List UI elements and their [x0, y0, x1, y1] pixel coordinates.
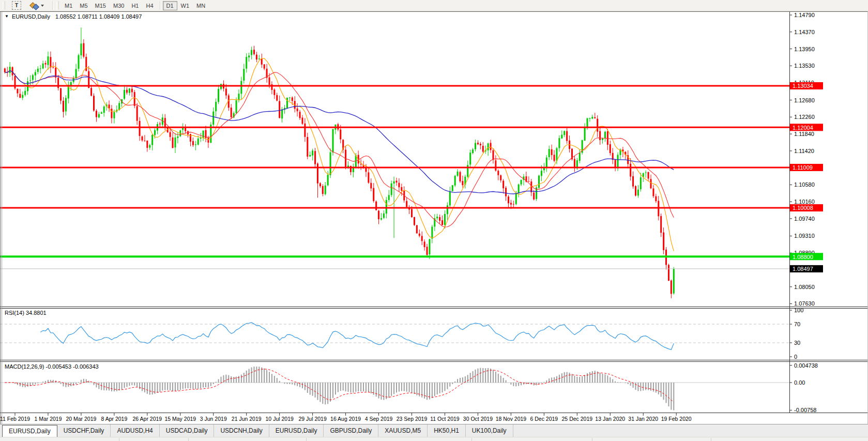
- chart-tab-3[interactable]: USDCAD,Daily: [160, 424, 215, 437]
- price-tick-label: 1.11840: [794, 131, 814, 137]
- price-tick-label: 1.13530: [794, 63, 815, 69]
- date-tick-label: 31 Jan 2020: [628, 416, 658, 422]
- rsi-tick-label: 0: [794, 354, 797, 360]
- rsi-tick-label: 70: [794, 321, 800, 327]
- level-price-badge: 1.12004: [790, 124, 823, 131]
- date-tick-label: 15 May 2019: [164, 416, 196, 422]
- chart-ohlc-values: 1.08552 1.08711 1.08409 1.08497: [55, 13, 142, 20]
- date-tick-label: 8 Apr 2019: [101, 416, 127, 422]
- date-tick-label: 19 Feb 2020: [661, 416, 692, 422]
- chart-window: 1.147901.143701.139501.135301.131101.126…: [0, 11, 868, 441]
- macd-tick-label: 0.004738: [794, 362, 818, 369]
- rsi-indicator-label: RSI(14) 34.8801: [5, 310, 47, 316]
- level-price-badge: 1.11009: [790, 164, 823, 171]
- rsi-line: [40, 323, 674, 349]
- chart-tab-4[interactable]: USDCNH,Daily: [214, 424, 269, 437]
- chart-symbol-label: EURUSD,Daily: [12, 13, 50, 20]
- date-tick-label: 25 Dec 2019: [562, 416, 593, 422]
- svg-text:1.11009: 1.11009: [793, 164, 813, 171]
- timeframe-button-h4[interactable]: H4: [142, 1, 157, 10]
- chart-tab-9[interactable]: UK100,Daily: [466, 424, 513, 437]
- chart-canvas[interactable]: 1.147901.143701.139501.135301.131101.126…: [0, 11, 868, 441]
- timeframe-button-w1[interactable]: W1: [177, 1, 193, 10]
- chart-tab-6[interactable]: GBPUSD,Daily: [324, 424, 378, 437]
- timeframe-button-m5[interactable]: M5: [76, 1, 91, 10]
- date-tick-label: 21 Jun 2019: [232, 416, 262, 422]
- styler-icon: [31, 2, 38, 9]
- date-tick-label: 13 Jan 2020: [595, 416, 625, 422]
- price-tick-label: 1.11420: [794, 148, 814, 154]
- status-divider: [592, 438, 592, 441]
- toolbar-grip: [3, 2, 5, 9]
- collapse-triangle-icon[interactable]: ▼: [5, 14, 9, 19]
- chart-tab-0[interactable]: EURUSD,Daily: [2, 425, 57, 437]
- ma-slow-blue: [5, 71, 674, 194]
- price-tick-label: 1.08050: [794, 284, 815, 290]
- chart-tab-7[interactable]: XAUUSD,M5: [378, 424, 428, 437]
- timeframe-button-m15[interactable]: M15: [92, 1, 110, 10]
- chart-tab-8[interactable]: HK50,H1: [428, 424, 466, 437]
- date-tick-label: 23 Sep 2019: [397, 416, 428, 422]
- toolbar-separator: [160, 1, 160, 10]
- chart-tab-5[interactable]: EURUSD,Daily: [269, 424, 324, 437]
- date-tick-label: 10 Jul 2019: [266, 416, 294, 422]
- price-tick-label: 1.12680: [794, 97, 815, 103]
- current-price-badge: 1.08497: [790, 265, 823, 272]
- date-tick-label: 26 Apr 2019: [133, 416, 162, 422]
- rsi-tick-label: 30: [794, 340, 800, 346]
- status-bar: [0, 437, 868, 441]
- price-tick-label: 1.12260: [794, 114, 815, 120]
- date-tick-label: 30 Oct 2019: [463, 416, 493, 422]
- top-toolbar: T M1M5M15M30H1H4D1W1MN: [0, 0, 868, 11]
- timeframe-button-d1[interactable]: D1: [163, 1, 177, 10]
- level-price-badge: 1.13034: [790, 82, 823, 89]
- timeframe-button-mn[interactable]: MN: [193, 1, 209, 10]
- status-divider: [306, 438, 307, 441]
- date-tick-label: 3 Jun 2019: [200, 416, 227, 422]
- toolbar-separator: [52, 1, 53, 10]
- price-tick-label: 1.10160: [794, 199, 815, 205]
- macd-signal-line: [5, 369, 674, 402]
- date-tick-label: 20 Mar 2019: [66, 416, 96, 422]
- svg-text:1.13034: 1.13034: [793, 83, 813, 89]
- svg-text:1.12004: 1.12004: [793, 125, 813, 131]
- svg-text:1.08800: 1.08800: [793, 254, 813, 260]
- svg-text:1.10008: 1.10008: [793, 205, 813, 211]
- price-tick-label: 1.09310: [794, 233, 815, 239]
- price-tick-label: 1.13950: [794, 46, 815, 52]
- candlesticks: [4, 27, 675, 298]
- svg-text:1.08497: 1.08497: [793, 266, 813, 272]
- date-tick-label: 16 Aug 2019: [330, 416, 361, 422]
- date-tick-label: 11 Feb 2019: [0, 416, 30, 422]
- price-tick-label: 1.10580: [794, 181, 815, 188]
- price-tick-label: 1.14790: [794, 12, 815, 18]
- level-price-badge: 1.08800: [790, 253, 823, 260]
- status-divider: [471, 438, 472, 441]
- date-tick-label: 4 Sep 2019: [365, 416, 393, 422]
- ma-mid-red: [5, 71, 674, 227]
- macd-histogram: [5, 367, 674, 410]
- macd-tick-label: -0.00758: [794, 407, 816, 413]
- chevron-down-icon: [41, 5, 44, 7]
- status-divider: [188, 438, 189, 441]
- styler-tool-button[interactable]: [26, 1, 50, 10]
- macd-indicator-label: MACD(12,26,9) -0.005453 -0.006343: [5, 363, 99, 370]
- status-divider: [711, 438, 711, 441]
- macd-tick-label: 0.00: [794, 379, 805, 386]
- chart-tab-bar: EURUSD,DailyUSDCHF,DailyAUDUSD,H4USDCAD,…: [0, 424, 868, 441]
- text-label-tool-button[interactable]: T: [7, 1, 26, 10]
- date-tick-label: 11 Oct 2019: [430, 416, 460, 422]
- price-tick-label: 1.07630: [794, 300, 815, 307]
- text-tool-icon: T: [12, 1, 21, 10]
- toolbar-grip: [56, 2, 59, 9]
- chart-tab-1[interactable]: USDCHF,Daily: [57, 424, 111, 437]
- date-tick-label: 29 Jul 2019: [298, 416, 326, 422]
- timeframe-button-h1[interactable]: H1: [128, 1, 142, 10]
- date-tick-label: 18 Nov 2019: [496, 416, 527, 422]
- chart-tab-2[interactable]: AUDUSD,H4: [111, 424, 159, 437]
- timeframe-button-m1[interactable]: M1: [61, 1, 76, 10]
- date-tick-label: 1 Mar 2019: [34, 416, 62, 422]
- date-tick-label: 6 Dec 2019: [530, 416, 558, 422]
- timeframe-button-m30[interactable]: M30: [110, 1, 128, 10]
- chart-title: ▼ EURUSD,Daily 1.08552 1.08711 1.08409 1…: [5, 13, 142, 20]
